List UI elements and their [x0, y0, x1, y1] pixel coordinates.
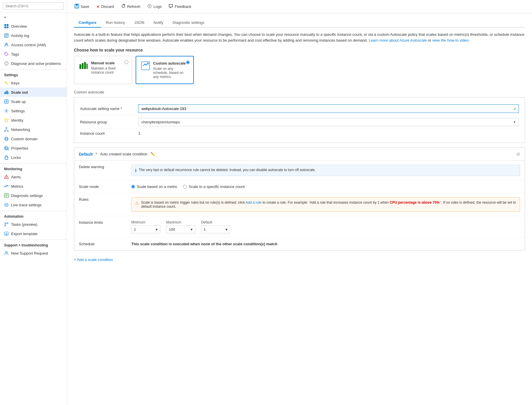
- identity-icon: [4, 118, 9, 122]
- toolbar: Save ✕ Discard Refresh Logs Feedback: [67, 0, 532, 13]
- custom-autoscale-content: Custom autoscale Scale on any schedule, …: [153, 61, 189, 79]
- tab-notify[interactable]: Notify: [149, 18, 168, 28]
- limits-row: Minimum 1 ▾ Maximum 100 ▾: [131, 220, 520, 233]
- svg-rect-37: [5, 157, 8, 159]
- sidebar-item-label: Diagnostic settings: [11, 193, 43, 198]
- sidebar-item-label: Keys: [11, 81, 19, 85]
- sidebar-item-metrics[interactable]: Metrics: [0, 182, 67, 191]
- tab-diagnostic-settings[interactable]: Diagnostic settings: [168, 18, 209, 28]
- resource-group-select[interactable]: chenyltestpremiumwps ▾: [138, 118, 519, 126]
- sidebar-item-networking[interactable]: Networking: [0, 125, 67, 134]
- manual-scale-card[interactable]: Manual scale Maintain a fixed instance c…: [74, 56, 132, 84]
- tab-run-history[interactable]: Run history: [101, 18, 130, 28]
- delete-warning-text: The very last or default recurrence rule…: [139, 168, 315, 172]
- sidebar-item-locks[interactable]: Locks: [0, 153, 67, 162]
- learn-more-link[interactable]: Learn more about Azure Autoscale: [369, 38, 427, 42]
- sidebar-item-scale-out[interactable]: Scale out: [0, 88, 67, 97]
- sidebar-item-tasks-preview[interactable]: Tasks (preview): [0, 220, 67, 229]
- sidebar-item-activity-log[interactable]: Activity log: [0, 31, 67, 40]
- logs-button[interactable]: Logs: [144, 2, 164, 11]
- search-input[interactable]: [3, 2, 64, 10]
- form-row-instance-count: Instance count 1: [80, 129, 519, 138]
- how-to-link[interactable]: view the how-to video: [432, 38, 469, 42]
- custom-domain-icon: [4, 136, 9, 141]
- rules-label: Rules: [79, 197, 131, 202]
- condition-actions: ⊘: [516, 151, 520, 157]
- sidebar-item-label: Access control (IAM): [11, 43, 46, 47]
- default-chevron: ▾: [226, 227, 228, 232]
- sidebar-item-label: Properties: [11, 146, 28, 150]
- svg-point-45: [5, 223, 6, 224]
- sidebar-item-label: Settings: [11, 109, 25, 113]
- sidebar-item-tags[interactable]: Tags: [0, 49, 67, 59]
- sidebar-item-label: Networking: [11, 127, 30, 132]
- tab-json[interactable]: JSON: [130, 18, 149, 28]
- sidebar-item-properties[interactable]: Properties: [0, 143, 67, 153]
- manual-scale-desc: Maintain a fixed instance count: [91, 66, 127, 74]
- schedule-row: Schedule This scale condition is execute…: [74, 238, 525, 250]
- maximum-chevron: ▾: [191, 227, 193, 232]
- svg-point-47: [5, 225, 6, 226]
- properties-icon: [4, 146, 9, 150]
- condition-required-star: *: [95, 152, 97, 156]
- save-button[interactable]: Save: [72, 2, 92, 11]
- feedback-icon: [169, 4, 173, 9]
- scale-metric-radio[interactable]: [131, 185, 135, 189]
- svg-point-52: [6, 251, 7, 253]
- condition-body: Delete warning ℹ The very last or defaul…: [74, 161, 525, 250]
- custom-autoscale-radio[interactable]: [186, 61, 190, 64]
- sidebar-item-diagnose[interactable]: Diagnose and solve problems: [0, 59, 67, 68]
- sidebar-item-identity[interactable]: Identity: [0, 116, 67, 125]
- sidebar-item-export-template[interactable]: Export template: [0, 229, 67, 238]
- feedback-button[interactable]: Feedback: [166, 2, 194, 11]
- sidebar-item-alerts[interactable]: Alerts: [0, 172, 67, 182]
- sidebar-item-new-support[interactable]: New Support Request: [0, 248, 67, 258]
- sidebar-item-live-trace[interactable]: Live trace settings: [0, 200, 67, 209]
- sidebar-item-label: Scale out: [11, 90, 28, 95]
- sidebar-item-keys[interactable]: Keys: [0, 78, 67, 88]
- refresh-button[interactable]: Refresh: [118, 2, 143, 11]
- sidebar-item-settings[interactable]: Settings: [0, 106, 67, 116]
- tabs: Configure Run history JSON Notify Diagno…: [74, 18, 525, 28]
- sidebar-item-label: Diagnose and solve problems: [11, 61, 61, 66]
- networking-icon: [4, 127, 9, 132]
- desc-connector: or: [428, 38, 432, 42]
- cpu-highlight: CPU percentage is above 70%: [390, 200, 439, 205]
- default-select[interactable]: 1 ▾: [201, 225, 230, 233]
- sidebar-item-access-control[interactable]: Access control (IAM): [0, 40, 67, 49]
- condition-edit-icon[interactable]: ✏️: [150, 152, 155, 156]
- svg-rect-17: [6, 91, 6, 94]
- collapse-icon: «: [4, 15, 6, 19]
- delete-warning-box: ℹ The very last or default recurrence ru…: [131, 165, 520, 176]
- svg-rect-27: [7, 131, 8, 132]
- sidebar: « Overview Activity log Access control (…: [0, 0, 67, 405]
- sidebar-item-overview[interactable]: Overview: [0, 22, 67, 31]
- condition-disable-icon[interactable]: ⊘: [516, 152, 520, 157]
- autoscale-name-input[interactable]: [138, 104, 519, 113]
- scale-mode-label: Scale mode: [79, 184, 131, 189]
- custom-autoscale-card[interactable]: Custom autoscale Scale on any schedule, …: [136, 56, 194, 84]
- support-icon: [4, 251, 9, 255]
- tab-configure[interactable]: Configure: [74, 18, 101, 28]
- add-rule-link[interactable]: Add a rule: [246, 200, 262, 205]
- custom-autoscale-icon: [141, 61, 150, 71]
- scale-count-option[interactable]: Scale to a specific instance count: [183, 184, 244, 189]
- rules-warning-text2: to create a rule. For example: 'Add a ru…: [263, 200, 389, 205]
- scale-count-radio[interactable]: [183, 185, 187, 189]
- minimum-select[interactable]: 1 ▾: [131, 225, 160, 233]
- sidebar-collapse-btn[interactable]: «: [0, 13, 67, 22]
- default-group: Default 1 ▾: [201, 220, 230, 233]
- scale-out-icon: [4, 90, 9, 95]
- scale-metric-option[interactable]: Scale based on a metric: [131, 184, 177, 189]
- add-scale-condition-btn[interactable]: + Add a scale condition: [74, 255, 525, 264]
- discard-button[interactable]: ✕ Discard: [93, 3, 117, 10]
- sidebar-item-scale-up[interactable]: Scale up: [0, 97, 67, 106]
- manual-scale-content: Manual scale Maintain a fixed instance c…: [91, 61, 127, 74]
- activity-log-icon: [4, 33, 9, 38]
- sidebar-item-label: Tasks (preview): [11, 222, 37, 227]
- maximum-select[interactable]: 100 ▾: [166, 225, 195, 233]
- sidebar-item-custom-domain[interactable]: Custom domain: [0, 134, 67, 143]
- sidebar-item-diagnostic-settings[interactable]: Diagnostic settings: [0, 191, 67, 200]
- discard-label: Discard: [101, 4, 114, 9]
- manual-scale-radio[interactable]: [125, 60, 128, 64]
